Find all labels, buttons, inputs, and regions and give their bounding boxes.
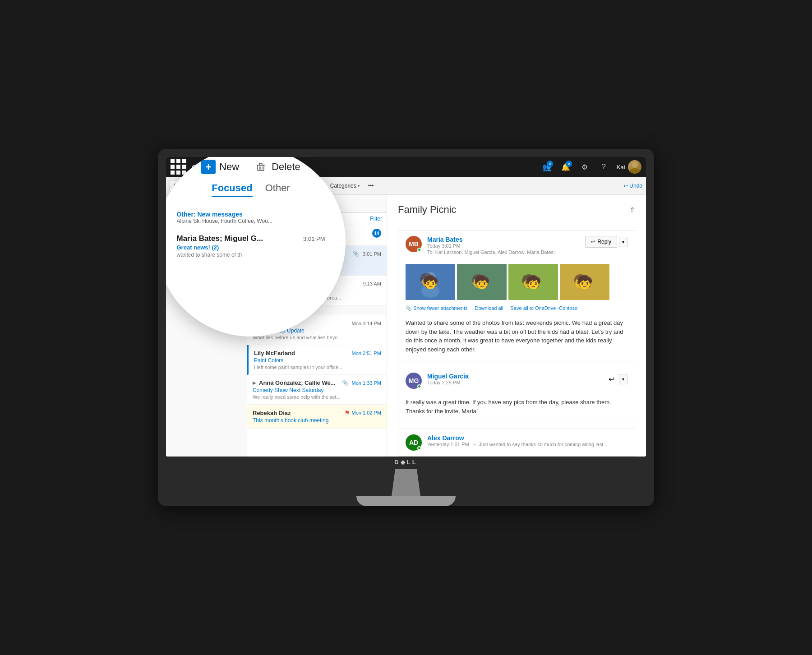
photo-2: 👦 (457, 264, 507, 300)
help-button[interactable]: ? (595, 159, 612, 175)
popup-tab-other[interactable]: Other (265, 182, 290, 197)
expand-arrow-4: ▶ (253, 380, 256, 385)
msg-header-2: MG Miguel Garcia Today 2:25 PM ↩ ▾ (398, 367, 635, 394)
more-button[interactable]: ••• (364, 180, 378, 192)
categories-chevron: ▾ (358, 184, 360, 188)
popup-new-button[interactable]: New (201, 160, 239, 174)
popup-email-sender: Maria Bates; Miguel G... (177, 234, 263, 243)
popup-email-time: 3:01 PM (303, 235, 325, 242)
popup-tabs: Focused Other (175, 182, 327, 201)
email-message-3[interactable]: AD Alex Darrow Yesterday 1:01 PM • Just … (398, 429, 635, 457)
email-time-0: 3:01 PM (363, 251, 381, 257)
reading-pane: Family Picnic ⇑ MB Maria Bates Today 3:0… (387, 195, 646, 457)
email-subject-5: This month's book club meeting (253, 417, 381, 424)
svg-point-4 (421, 284, 439, 298)
notif-badge: 14 (372, 229, 381, 238)
msg-attachment-row-1: 📎 Show fewer attachments Download all Sa… (398, 304, 635, 315)
msg-body-2: It really was a great time. If you have … (398, 394, 635, 423)
email-sender-3: Lily McFarland (254, 350, 295, 356)
save-onedrive-link[interactable]: Save all to OneDrive -Contoso (511, 305, 578, 311)
reply-button[interactable]: ↩ Reply (585, 236, 617, 248)
categories-dropdown[interactable]: Categories ▾ (328, 180, 363, 192)
svg-point-1 (629, 168, 640, 174)
undo-button[interactable]: ↩ Undo (623, 183, 642, 189)
reply-more-button[interactable]: ▾ (619, 237, 627, 247)
msg-time-3: Yesterday 1:01 PM • Just wanted to say t… (427, 442, 627, 447)
msg-sender-name-1: Maria Bates (427, 236, 580, 243)
download-all-link[interactable]: Download all (475, 305, 503, 311)
email-sender-4: Anna Gonzalez; Callie We... (259, 379, 336, 386)
online-indicator-3 (417, 446, 421, 450)
svg-rect-16 (259, 163, 262, 165)
msg-more-2[interactable]: ▾ (619, 374, 627, 384)
attachment-icon-4: 📎 (342, 380, 348, 386)
msg-reply-icon-2[interactable]: ↩ (606, 373, 617, 386)
msg-time-2: Today 2:25 PM (427, 380, 600, 385)
msg-sender-info-1: Maria Bates Today 3:01 PM To: Kat Larsso… (427, 236, 580, 255)
email-item-3[interactable]: Lily McFarland Mon 2:51 PM Paint Colors … (247, 345, 387, 375)
svg-rect-8 (508, 264, 558, 300)
email-time-4: Mon 1:33 PM (352, 380, 381, 386)
svg-text:👦: 👦 (572, 274, 588, 289)
people-badge: 2 (547, 161, 553, 167)
msg-avatar-1: MB (406, 236, 422, 252)
msg-to-1: To: Kat Larsson, Miguel Garcia, Alex Dar… (427, 249, 580, 255)
top-bar-icons: 👥 2 🔔 2 ⚙ ? Kat (539, 159, 641, 175)
online-indicator-2 (417, 384, 421, 388)
settings-button[interactable]: ⚙ (577, 159, 593, 175)
thread-collapse-button[interactable]: ⇑ (629, 206, 635, 214)
show-fewer-link[interactable]: 📎 Show fewer attachments (406, 305, 468, 311)
msg-sender-name-2: Miguel Garcia (427, 373, 600, 380)
msg-sender-name-3: Alex Darrow (427, 434, 627, 442)
popup-notification[interactable]: Other: New messages Alpine Ski House, Fo… (171, 205, 332, 230)
email-time-5: Mon 1:02 PM (352, 410, 381, 415)
svg-text:🧒: 🧒 (419, 272, 435, 287)
msg-avatar-3: AD (406, 434, 422, 451)
popup-notif-title: Other: New messages (177, 211, 325, 218)
user-avatar (628, 160, 641, 174)
msg-photos-1: 🧒 👦 🧒 (398, 260, 635, 304)
email-message-1: MB Maria Bates Today 3:01 PM To: Kat Lar… (398, 230, 635, 361)
popup-notif-subtitle: Alpine Ski House, Fourth Coffee, Woo... (177, 218, 325, 224)
monitor: Outlo 👥 2 🔔 2 ⚙ ? Kat (158, 149, 654, 506)
popup-new-icon (201, 160, 216, 174)
msg-actions-2: ↩ ▾ (606, 373, 627, 386)
user-menu[interactable]: Kat (616, 160, 641, 174)
email-preview-2: What lies before us and what lies beyo..… (253, 335, 381, 340)
svg-rect-10 (560, 264, 609, 300)
email-item-4[interactable]: ▶ Anna Gonzalez; Callie We... 📎 Mon 1:33… (247, 375, 387, 405)
user-name: Kat (616, 164, 625, 171)
attachment-icon-0: 📎 (353, 251, 359, 257)
email-item-5[interactable]: Rebekah Diaz ⚑ Mon 1:02 PM This month's … (247, 405, 387, 429)
msg-sender-info-3: Alex Darrow Yesterday 1:01 PM • Just wan… (427, 434, 627, 447)
people-button[interactable]: 👥 2 (539, 159, 555, 175)
popup-email-item[interactable]: Maria Bates; Miguel G... 3:01 PM Great n… (171, 230, 332, 263)
email-subject-3: Paint Colors (254, 357, 381, 364)
popup-email-preview: wanted to share some of th (177, 252, 325, 258)
email-message-2: MG Miguel Garcia Today 2:25 PM ↩ ▾ (398, 367, 635, 423)
email-preview-4: We really need some help with the set... (253, 394, 381, 400)
popup-tab-focused[interactable]: Focused (212, 182, 252, 197)
thread-title: Family Picnic (398, 204, 457, 216)
msg-time-1: Today 3:01 PM (427, 243, 580, 249)
popup-delete-icon (254, 160, 268, 174)
filter-button[interactable]: Filter (370, 216, 382, 222)
email-sender-5: Rebekah Diaz (253, 410, 291, 416)
msg-body-1: Wanted to share some of the photos from … (398, 315, 635, 361)
app-grid-icon[interactable] (171, 159, 187, 175)
monitor-neck (388, 469, 424, 496)
popup-email-subject: Great news! (2) (177, 244, 325, 251)
popup-delete-button[interactable]: Delete (254, 160, 300, 174)
email-time-2: Mon 3:14 PM (352, 321, 381, 326)
photo-4: 👦 (560, 264, 609, 300)
reply-icon: ↩ (591, 239, 595, 245)
email-subject-4: Comedy Show Next Saturday (253, 387, 381, 393)
monitor-brand: D◆LL (166, 457, 646, 469)
msg-header-3: AD Alex Darrow Yesterday 1:01 PM • Just … (398, 429, 635, 456)
msg-avatar-2: MG (406, 373, 422, 389)
bell-button[interactable]: 🔔 2 (558, 159, 574, 175)
online-indicator-1 (417, 248, 421, 252)
photo-3: 🧒 (508, 264, 558, 300)
email-time-1: 9:13 AM (363, 281, 381, 286)
bell-badge: 2 (566, 161, 572, 167)
